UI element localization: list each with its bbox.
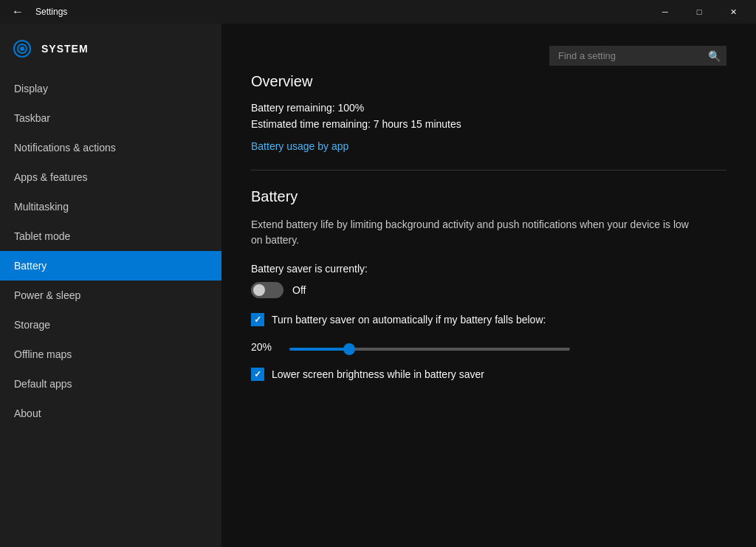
battery-section: Battery Extend battery life by limiting …: [251, 188, 726, 381]
toggle-row: Off: [251, 282, 726, 298]
content-area: 🔍 Overview Battery remaining: 100% Estim…: [221, 24, 756, 547]
title-bar-title: Settings: [35, 7, 67, 17]
toggle-knob: [253, 284, 265, 296]
brightness-checkmark-icon: ✓: [254, 369, 261, 379]
sidebar-item-tablet-mode[interactable]: Tablet mode: [0, 221, 221, 251]
sidebar-item-about[interactable]: About: [0, 399, 221, 428]
battery-description: Extend battery life by limiting backgrou…: [251, 217, 694, 248]
maximize-button[interactable]: □: [682, 0, 716, 24]
overview-section: Overview Battery remaining: 100% Estimat…: [251, 73, 726, 152]
section-divider: [251, 170, 726, 171]
title-bar-left: ← Settings: [6, 2, 67, 21]
checkmark-icon: ✓: [254, 314, 261, 325]
toggle-label: Off: [292, 284, 306, 296]
find-setting-wrapper: 🔍: [549, 46, 726, 66]
main-container: SYSTEM DisplayTaskbarNotifications & act…: [0, 24, 756, 547]
battery-remaining: Battery remaining: 100%: [251, 102, 726, 114]
auto-turn-on-checkbox[interactable]: ✓: [251, 313, 264, 326]
overview-title: Overview: [251, 73, 726, 90]
sidebar-item-display[interactable]: Display: [0, 74, 221, 103]
battery-usage-link[interactable]: Battery usage by app: [251, 140, 348, 152]
sidebar: SYSTEM DisplayTaskbarNotifications & act…: [0, 24, 221, 547]
system-icon: [12, 38, 32, 59]
svg-point-0: [20, 47, 24, 51]
close-button[interactable]: ✕: [716, 0, 750, 24]
brightness-row: ✓ Lower screen brightness while in batte…: [251, 368, 726, 381]
sidebar-item-taskbar[interactable]: Taskbar: [0, 103, 221, 133]
sidebar-item-storage[interactable]: Storage: [0, 310, 221, 340]
system-header: SYSTEM: [0, 31, 221, 74]
title-bar: ← Settings ─ □ ✕: [0, 0, 756, 24]
minimize-button[interactable]: ─: [648, 0, 682, 24]
sidebar-item-notifications[interactable]: Notifications & actions: [0, 133, 221, 162]
saver-currently-label: Battery saver is currently:: [251, 263, 726, 275]
battery-threshold-slider[interactable]: [289, 348, 570, 351]
system-label: SYSTEM: [41, 43, 89, 55]
nav-list: DisplayTaskbarNotifications & actionsApp…: [0, 74, 221, 428]
settings-header: 🔍: [251, 46, 726, 66]
sidebar-item-power-sleep[interactable]: Power & sleep: [0, 281, 221, 310]
slider-container: [289, 341, 570, 353]
sidebar-item-default-apps[interactable]: Default apps: [0, 369, 221, 399]
brightness-label: Lower screen brightness while in battery…: [272, 368, 484, 380]
find-setting-input[interactable]: [549, 46, 726, 66]
auto-turn-on-row: ✓ Turn battery saver on automatically if…: [251, 313, 726, 326]
title-bar-controls: ─ □ ✕: [648, 0, 750, 24]
slider-row: 20%: [251, 341, 726, 353]
battery-title: Battery: [251, 188, 726, 205]
sidebar-item-apps-features[interactable]: Apps & features: [0, 162, 221, 192]
sidebar-item-multitasking[interactable]: Multitasking: [0, 192, 221, 221]
battery-saver-toggle[interactable]: [251, 282, 284, 298]
auto-turn-on-label: Turn battery saver on automatically if m…: [272, 314, 546, 326]
estimated-time: Estimated time remaining: 7 hours 15 min…: [251, 118, 726, 130]
slider-value: 20%: [251, 341, 278, 353]
brightness-checkbox[interactable]: ✓: [251, 368, 264, 381]
sidebar-item-battery[interactable]: Battery: [0, 251, 221, 281]
sidebar-item-offline-maps[interactable]: Offline maps: [0, 340, 221, 369]
back-button[interactable]: ←: [6, 2, 30, 21]
